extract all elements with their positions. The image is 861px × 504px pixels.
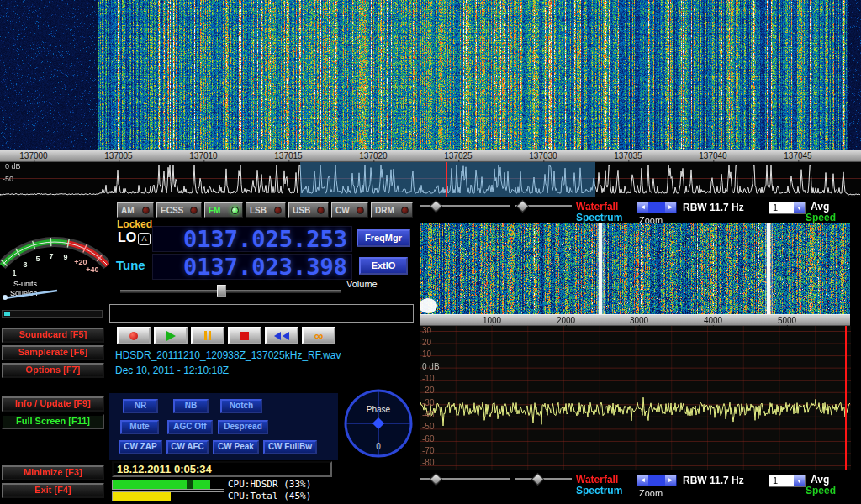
fm-led-icon <box>231 207 239 214</box>
lsb-led-icon <box>274 207 282 214</box>
spectrum-tab[interactable]: Spectrum <box>576 212 622 223</box>
ecss-led-icon <box>190 207 198 214</box>
af-db-label: 10 <box>422 349 431 359</box>
lo-frequency-display[interactable]: 0137.025.253 <box>152 226 352 252</box>
extio-button[interactable]: ExtIO <box>359 257 408 275</box>
af-db-label: -40 <box>422 410 434 419</box>
info-update-button[interactable]: Info / Update [F9] <box>2 396 104 412</box>
s-meter-needle-tip <box>3 295 8 300</box>
squelch-slider-thumb[interactable] <box>4 312 10 316</box>
pause-icon <box>209 331 211 340</box>
dropdown-arrow-icon[interactable]: ▼ <box>794 475 805 486</box>
fullscreen-button[interactable]: Full Screen [F11] <box>2 414 104 429</box>
volume-slider-track[interactable] <box>119 289 341 294</box>
if-tuning-bar[interactable] <box>109 304 414 323</box>
mode-ecss-button[interactable]: ECSS <box>156 202 202 218</box>
loop-button[interactable]: ∞ <box>302 327 335 344</box>
play-icon <box>166 331 176 341</box>
waterfall-tab[interactable]: Waterfall <box>576 201 618 213</box>
pause-button[interactable] <box>191 327 224 344</box>
zoom-scrollbar-2[interactable]: ◄ ► <box>637 475 677 486</box>
record-button[interactable] <box>117 327 151 344</box>
mode-cw-button[interactable]: CW <box>331 202 368 218</box>
freq-tick-label: 137035 <box>614 151 642 160</box>
s-meter-tick-label: 1 <box>12 269 16 277</box>
af-tick-label: 5000 <box>778 316 796 325</box>
zoom-right-arrow-icon[interactable]: ► <box>665 202 676 213</box>
notch-button[interactable]: Notch <box>220 399 262 413</box>
cw-zap-button[interactable]: CW ZAP <box>119 440 162 454</box>
samplerate-button[interactable]: Samplerate [F6] <box>2 345 104 360</box>
mode-usb-label: USB <box>293 206 310 215</box>
spectrum-tab-2[interactable]: Spectrum <box>576 485 622 496</box>
cpu-total-label: CPU:Total (45%) <box>228 491 311 501</box>
brightness-slider-thumb[interactable] <box>430 200 443 213</box>
mode-usb-button[interactable]: USB <box>288 202 329 218</box>
usb-led-icon <box>317 207 325 214</box>
exit-button[interactable]: Exit [F4] <box>2 483 104 498</box>
zoom-left-arrow-icon[interactable]: ◄ <box>637 475 648 486</box>
contrast-slider-thumb[interactable] <box>516 200 530 213</box>
freq-tick-label: 137015 <box>274 151 302 160</box>
lo-lock-badge[interactable]: A <box>138 233 151 245</box>
nb-button[interactable]: NB <box>173 399 209 413</box>
mute-button[interactable]: Mute <box>120 420 159 434</box>
squelch-slider-track[interactable] <box>2 310 103 318</box>
cw-afc-button[interactable]: CW AFC <box>166 440 209 454</box>
volume-slider-thumb[interactable] <box>217 285 226 297</box>
freqmgr-button[interactable]: FreqMgr <box>357 229 410 247</box>
af-db-label: 30 <box>422 326 431 335</box>
mode-lsb-button[interactable]: LSB <box>246 202 286 218</box>
freq-tick-label: 137000 <box>19 151 47 160</box>
agc-button[interactable]: AGC Off <box>167 420 213 434</box>
loop-icon: ∞ <box>314 331 324 340</box>
avg-dropdown-2[interactable]: 1 ▼ <box>769 475 806 487</box>
soundcard-button[interactable]: Soundcard [F5] <box>2 328 104 343</box>
recording-timestamp: Dec 10, 2011 - 12:10:18Z <box>115 365 229 376</box>
waterfall-tab-2[interactable]: Waterfall <box>576 474 618 486</box>
tune-marker-line <box>446 162 447 197</box>
main-spectrum-display[interactable]: 0 dB -50 <box>0 162 861 197</box>
tune-frequency-display[interactable]: 0137.023.398 <box>152 254 352 280</box>
af-db-label: -20 <box>422 386 434 395</box>
af-spectrum-display[interactable]: 30 20 10 0 dB -10 -20 -30 -40 -50 -60 -7… <box>420 326 851 470</box>
zoom-region-highlight[interactable] <box>300 162 595 197</box>
af-frequency-ruler[interactable]: 1000 2000 3000 4000 5000 <box>420 314 850 326</box>
pause-icon <box>204 331 207 340</box>
rewind-button[interactable] <box>265 327 298 344</box>
zoom-right-arrow-icon[interactable]: ► <box>665 475 676 486</box>
minimize-button[interactable]: Minimize [F3] <box>2 465 104 480</box>
stop-button[interactable] <box>228 327 261 344</box>
af-band-edge-right <box>845 326 847 470</box>
mode-drm-button[interactable]: DRM <box>371 202 413 218</box>
main-waterfall-display[interactable] <box>0 0 861 150</box>
avg-dropdown-value: 1 <box>773 202 778 213</box>
options-button[interactable]: Options [F7] <box>2 363 104 378</box>
main-frequency-ruler[interactable]: 137000 137005 137010 137015 137020 13702… <box>0 150 861 162</box>
freq-tick-label: 137040 <box>699 151 726 160</box>
phase-scope-value: 0 <box>341 442 415 451</box>
mode-am-button[interactable]: AM <box>117 202 154 218</box>
despread-button[interactable]: Despread <box>218 420 268 434</box>
zoom-left-arrow-icon[interactable]: ◄ <box>637 202 648 213</box>
avg-label: Avg <box>811 201 829 213</box>
s-meter-tick-label: 5 <box>35 255 40 263</box>
cw-peak-button[interactable]: CW Peak <box>213 440 259 454</box>
play-button[interactable] <box>154 327 188 344</box>
brightness-slider-thumb-2[interactable] <box>430 473 443 486</box>
contrast-slider-thumb-2[interactable] <box>531 473 545 486</box>
dropdown-arrow-icon[interactable]: ▼ <box>794 202 805 213</box>
nr-button[interactable]: NR <box>123 399 158 413</box>
af-db-label: -80 <box>422 458 434 467</box>
cpu-total-bar-fill <box>113 492 171 501</box>
zoom-scrollbar[interactable]: ◄ ► <box>637 202 677 213</box>
mode-fm-button[interactable]: FM <box>204 202 243 218</box>
af-waterfall-display[interactable] <box>420 223 850 314</box>
s-meter: 1 3 5 7 9 +20 +40 S-units Squelch <box>0 200 109 309</box>
avg-dropdown[interactable]: 1 ▼ <box>769 202 806 214</box>
am-led-icon <box>142 207 150 214</box>
speed-label: Speed <box>806 212 836 223</box>
af-tick-label: 3000 <box>630 316 648 325</box>
mode-lsb-label: LSB <box>250 206 267 215</box>
cw-fullbw-button[interactable]: CW FullBw <box>263 440 317 454</box>
